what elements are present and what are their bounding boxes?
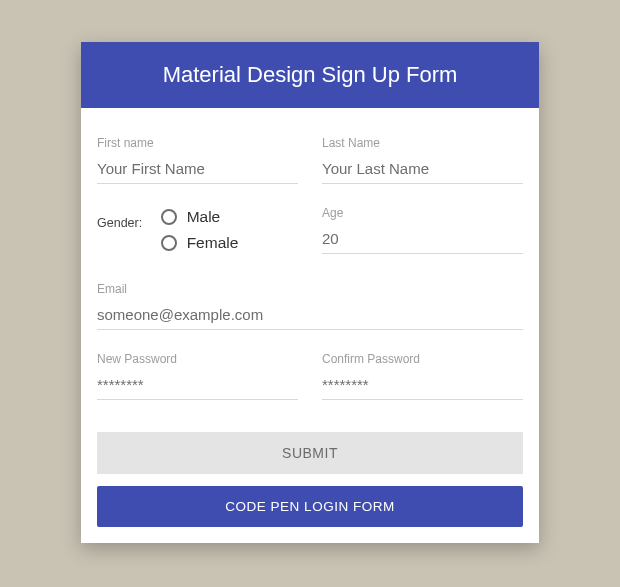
submit-button-label: SUBMIT: [282, 445, 338, 461]
card-title: Material Design Sign Up Form: [163, 62, 458, 87]
first-name-field: First name: [97, 136, 298, 184]
new-password-input[interactable]: [97, 372, 298, 400]
radio-icon: [161, 235, 177, 251]
age-label: Age: [322, 206, 523, 220]
radio-icon: [161, 209, 177, 225]
first-name-label: First name: [97, 136, 298, 150]
last-name-field: Last Name: [322, 136, 523, 184]
codepen-login-label: CODE PEN LOGIN FORM: [225, 499, 394, 514]
confirm-password-field: Confirm Password: [322, 352, 523, 400]
gender-label: Gender:: [97, 216, 142, 230]
email-label: Email: [97, 282, 523, 296]
card-header: Material Design Sign Up Form: [81, 42, 539, 108]
codepen-login-button[interactable]: CODE PEN LOGIN FORM: [97, 486, 523, 527]
age-field: Age: [322, 206, 523, 260]
email-input[interactable]: [97, 302, 523, 330]
submit-button[interactable]: SUBMIT: [97, 432, 523, 474]
new-password-field: New Password: [97, 352, 298, 400]
email-field: Email: [97, 282, 523, 330]
gender-field: Gender: Male Female: [97, 206, 298, 260]
last-name-label: Last Name: [322, 136, 523, 150]
confirm-password-input[interactable]: [322, 372, 523, 400]
new-password-label: New Password: [97, 352, 298, 366]
card-body: First name Last Name Gender: Male F: [81, 108, 539, 543]
gender-male-label: Male: [187, 208, 221, 226]
gender-option-male[interactable]: Male: [161, 208, 239, 226]
age-input[interactable]: [322, 226, 523, 254]
gender-option-female[interactable]: Female: [161, 234, 239, 252]
first-name-input[interactable]: [97, 156, 298, 184]
confirm-password-label: Confirm Password: [322, 352, 523, 366]
gender-female-label: Female: [187, 234, 239, 252]
gender-radio-group: Male Female: [161, 208, 239, 260]
signup-card: Material Design Sign Up Form First name …: [81, 42, 539, 543]
last-name-input[interactable]: [322, 156, 523, 184]
